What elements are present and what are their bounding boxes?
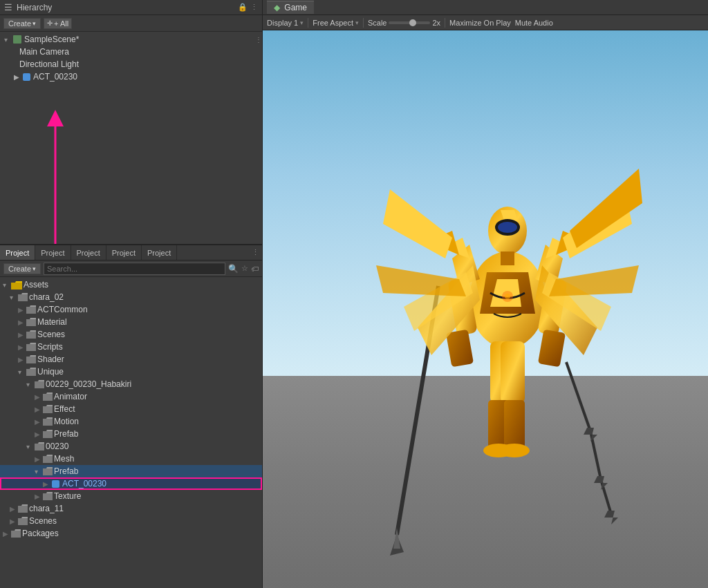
folder-icon-habakiri	[35, 380, 44, 388]
project-packages[interactable]: ▶ Packages	[0, 527, 262, 540]
game-tab-icon: ◆	[274, 3, 280, 12]
folder-icon-chara02	[18, 293, 28, 301]
project-scenes-root[interactable]: ▶ Scenes	[0, 515, 262, 527]
project-tree: ▾ Assets ▾ chara_02	[0, 277, 262, 588]
hierarchy-more-icon[interactable]: ⋮	[250, 3, 258, 12]
left-panel: ☰ Hierarchy 🔒 ⋮ Create ▾ ✛ + All	[0, 0, 263, 588]
project-tab-4[interactable]: Project	[142, 245, 177, 260]
folder-icon-chara11	[18, 504, 28, 513]
svg-rect-39	[504, 400, 525, 448]
project-prefab-habakiri[interactable]: ▶ Prefab	[0, 428, 262, 440]
hierarchy-scene-label: SampleScene*	[24, 35, 79, 44]
project-scenes[interactable]: ▶ Scenes	[0, 328, 262, 341]
folder-icon-assets	[11, 281, 22, 290]
hierarchy-lock-icon[interactable]: 🔒	[238, 3, 248, 12]
project-assets-root[interactable]: ▾ Assets	[0, 278, 262, 291]
folder-icon-texture	[43, 492, 53, 500]
scene-icon	[12, 35, 24, 45]
svg-marker-32	[549, 265, 639, 296]
game-view: ◆ Game Display 1 ▾ Free Aspect ▾ Scale 2…	[263, 0, 708, 588]
project-mesh[interactable]: ▶ Mesh	[0, 453, 262, 465]
scene-settings-icon[interactable]: ⋮	[255, 36, 262, 44]
project-tabs: Project Project Project Project Project …	[0, 245, 262, 260]
hierarchy-header: ☰ Hierarchy 🔒 ⋮	[0, 0, 262, 15]
project-tab-3[interactable]: Project	[106, 245, 142, 260]
project-tab-0[interactable]: Project	[0, 245, 35, 260]
svg-point-41	[499, 444, 530, 457]
hierarchy-item-main-camera[interactable]: Main Camera	[0, 46, 262, 58]
project-prefab-00230[interactable]: ▾ Prefab	[0, 465, 262, 477]
project-tabs-menu[interactable]: ⋮	[252, 248, 262, 257]
act00230-prefab-icon	[22, 72, 33, 82]
folder-icon-scripts	[26, 343, 36, 351]
mute-audio-button[interactable]: Mute Audio	[515, 19, 553, 27]
svg-marker-29	[376, 265, 466, 296]
hierarchy-toolbar: Create ▾ ✛ + All	[0, 15, 262, 32]
hierarchy-all-button[interactable]: ✛ + All	[44, 18, 72, 29]
svg-marker-47	[584, 428, 597, 442]
folder-icon-prefab-00230	[43, 467, 53, 475]
folder-icon-scenes	[26, 330, 36, 339]
scale-control[interactable]: Scale 2x	[368, 19, 440, 27]
svg-rect-20	[446, 330, 474, 368]
prefab-icon-act00230	[51, 480, 60, 489]
project-section: Project Project Project Project Project …	[0, 245, 262, 588]
project-effect[interactable]: ▶ Effect	[0, 403, 262, 415]
hierarchy-item-act-00230[interactable]: ▶ ACT_00230	[0, 70, 262, 83]
game-tab-bar: ◆ Game	[263, 0, 708, 15]
toolbar-divider-3	[445, 18, 445, 28]
project-00230[interactable]: ▾ 00230	[0, 440, 262, 453]
hierarchy-create-button[interactable]: Create ▾	[3, 18, 41, 29]
folder-icon-material	[26, 318, 36, 326]
game-toolbar: Display 1 ▾ Free Aspect ▾ Scale 2x Maxim…	[263, 15, 708, 30]
game-tab[interactable]: ◆ Game	[267, 1, 314, 14]
toolbar-divider-2	[363, 18, 364, 28]
folder-icon-prefab-habakiri	[43, 430, 53, 438]
folder-icon-animator	[43, 392, 53, 401]
project-texture[interactable]: ▶ Texture	[0, 490, 262, 502]
mech-svg	[362, 65, 653, 562]
folder-icon-packages	[11, 529, 21, 538]
project-tab-2[interactable]: Project	[71, 245, 106, 260]
svg-point-11	[498, 222, 517, 233]
project-actcommon[interactable]: ▶ ACTCommon	[0, 303, 262, 316]
hierarchy-tree: ▾ SampleScene* ⋮ Main Camera Directional	[0, 32, 262, 244]
scale-slider[interactable]	[389, 21, 430, 24]
svg-rect-0	[13, 35, 21, 44]
project-act00230-prefab[interactable]: ▶ ACT_00230	[0, 477, 262, 490]
svg-rect-37	[501, 341, 525, 404]
project-tag-icon[interactable]: 🏷	[251, 265, 259, 273]
folder-icon-mesh	[43, 455, 53, 463]
project-filter-icon[interactable]: ☆	[241, 264, 248, 273]
project-chara11[interactable]: ▶ chara_11	[0, 502, 262, 515]
project-habakiri[interactable]: ▾ 00229_00230_Habakiri	[0, 378, 262, 390]
hierarchy-item-directional-light[interactable]: Directional Light	[0, 58, 262, 70]
project-chara02[interactable]: ▾ chara_02	[0, 291, 262, 303]
folder-icon-unique	[26, 368, 36, 376]
maximize-on-play-button[interactable]: Maximize On Play	[449, 19, 511, 27]
scene-arrow: ▾	[4, 36, 12, 44]
main-camera-label: Main Camera	[19, 47, 69, 57]
display-dropdown[interactable]: Display 1 ▾	[267, 19, 304, 27]
aspect-dropdown[interactable]: Free Aspect ▾	[313, 19, 359, 27]
project-material[interactable]: ▶ Material	[0, 316, 262, 328]
svg-marker-35	[383, 189, 452, 258]
project-create-button[interactable]: Create ▾	[3, 263, 41, 274]
scale-slider-thumb	[409, 19, 416, 26]
project-shader[interactable]: ▶ Shader	[0, 353, 262, 366]
project-scripts[interactable]: ▶ Scripts	[0, 341, 262, 353]
folder-icon-scenes-root	[18, 517, 28, 525]
project-tab-1[interactable]: Project	[35, 245, 71, 260]
project-search-input[interactable]	[44, 263, 225, 275]
act00230-arrow: ▶	[14, 73, 22, 81]
project-unique[interactable]: ▾ Unique	[0, 366, 262, 378]
hierarchy-menu-icon[interactable]: ☰	[4, 2, 12, 12]
folder-icon-00230	[35, 442, 44, 451]
folder-icon-shader	[26, 355, 36, 363]
project-motion[interactable]: ▶ Motion	[0, 415, 262, 428]
hierarchy-scene-root[interactable]: ▾ SampleScene* ⋮	[0, 33, 262, 46]
project-animator[interactable]: ▶ Animator	[0, 390, 262, 403]
svg-marker-46	[594, 476, 608, 490]
toolbar-divider-1	[308, 18, 308, 28]
svg-point-49	[505, 294, 510, 299]
